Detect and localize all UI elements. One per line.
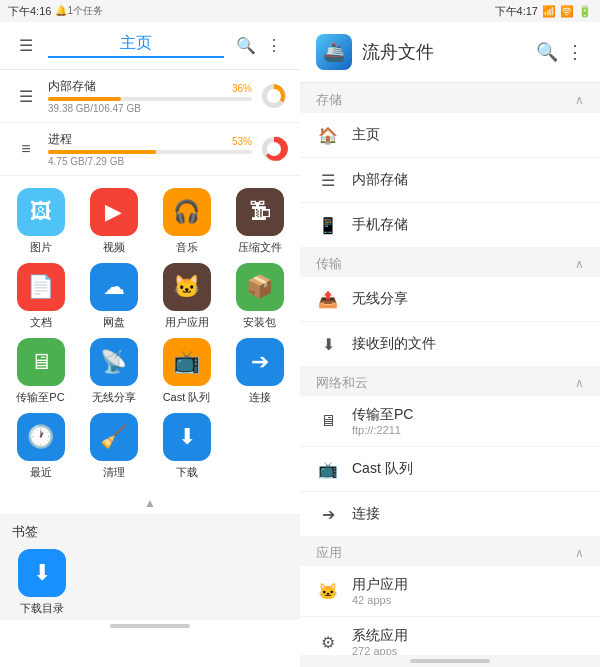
storage-card[interactable]: ☰ 内部存储 36% 39.38 GB/106.47 GB: [0, 70, 300, 123]
signal-icon: 📶: [542, 5, 556, 18]
drawer-item-internal-text: 内部存储: [352, 171, 584, 189]
section-apps-items: 🐱 用户应用 42 apps ⚙ 系统应用 272 apps ≡: [300, 566, 600, 655]
pictures-label: 图片: [30, 240, 52, 255]
app-clean[interactable]: 🧹 清理: [81, 413, 146, 480]
system-apps-icon: ⚙: [316, 630, 340, 654]
menu-button[interactable]: ☰: [12, 32, 40, 60]
app-user-apps[interactable]: 🐱 用户应用: [154, 263, 219, 330]
section-apps-title: 应用: [316, 544, 342, 562]
drawer-item-user-apps-text: 用户应用 42 apps: [352, 576, 584, 606]
cloud-label: 网盘: [103, 315, 125, 330]
connect-label: 连接: [249, 390, 271, 405]
wifi-share-label: 无线分享: [92, 390, 136, 405]
section-network-toggle[interactable]: ∧: [575, 376, 584, 390]
app-transfer-pc[interactable]: 🖥 传输至PC: [8, 338, 73, 405]
section-network-header: 网络和云 ∧: [300, 366, 600, 396]
bookmark-download-icon: ⬇: [18, 549, 66, 597]
section-apps-header: 应用 ∧: [300, 536, 600, 566]
process-label: 进程: [48, 131, 252, 148]
collapse-arrow[interactable]: ▲: [0, 492, 300, 515]
left-panel: ☰ 主页 🔍 ⋮ ☰ 内部存储 36% 39.38 GB/106.47 GB: [0, 22, 300, 667]
app-pictures[interactable]: 🖼 图片: [8, 188, 73, 255]
right-panel: 🚢 流舟文件 🔍 ⋮ 存储 ∧ 🏠 主页: [300, 22, 600, 667]
home-icon: 🏠: [316, 123, 340, 147]
bookmark-download[interactable]: ⬇ 下载目录: [12, 549, 72, 616]
cast-queue-icon: 📺: [163, 338, 211, 386]
drawer-header: 🚢 流舟文件 🔍 ⋮: [300, 22, 600, 83]
app-wifi-share[interactable]: 📡 无线分享: [81, 338, 146, 405]
drawer-item-home[interactable]: 🏠 主页: [300, 113, 600, 158]
drawer-item-system-apps[interactable]: ⚙ 系统应用 272 apps: [300, 617, 600, 655]
app-music[interactable]: 🎧 音乐: [154, 188, 219, 255]
search-button[interactable]: 🔍: [232, 32, 260, 60]
drawer-item-cast[interactable]: 📺 Cast 队列: [300, 447, 600, 492]
app-download[interactable]: ⬇ 下载: [154, 413, 219, 480]
drawer-logo: 🚢: [316, 34, 352, 70]
drawer-item-connect[interactable]: ➔ 连接: [300, 492, 600, 536]
storage-pie: [260, 82, 288, 110]
app-video[interactable]: ▶ 视频: [81, 188, 146, 255]
bookmarks-section: 书签 ⬇ 下载目录: [0, 515, 300, 620]
drawer-item-connect-text: 连接: [352, 505, 584, 523]
drawer-bottom-bar: [410, 659, 490, 663]
video-icon: ▶: [90, 188, 138, 236]
app-docs[interactable]: 📄 文档: [8, 263, 73, 330]
download-label: 下载: [176, 465, 198, 480]
drawer-item-home-label: 主页: [352, 126, 584, 144]
drawer-header-icons: 🔍 ⋮: [536, 41, 584, 63]
drawer-app-name: 流舟文件: [362, 40, 434, 64]
drawer-item-user-apps-sub: 42 apps: [352, 594, 584, 606]
drawer-item-user-apps[interactable]: 🐱 用户应用 42 apps: [300, 566, 600, 617]
drawer-item-phone[interactable]: 📱 手机存储: [300, 203, 600, 247]
cast-queue-label: Cast 队列: [163, 390, 211, 405]
section-storage-header: 存储 ∧: [300, 83, 600, 113]
app-recent[interactable]: 🕐 最近: [8, 413, 73, 480]
drawer-search-icon[interactable]: 🔍: [536, 41, 558, 63]
svg-point-3: [267, 142, 281, 156]
app-apk[interactable]: 📦 安装包: [227, 263, 292, 330]
drawer-item-received-text: 接收到的文件: [352, 335, 584, 353]
status-bar-right: 下午4:17 📶 🛜 🔋: [495, 4, 592, 19]
storage-icon: ☰: [12, 82, 40, 110]
drawer-item-transfer-pc[interactable]: 🖥 传输至PC ftp://:2211: [300, 396, 600, 447]
drawer-more-icon[interactable]: ⋮: [566, 41, 584, 63]
drawer-content: 存储 ∧ 🏠 主页 ☰ 内部存储 📱: [300, 83, 600, 655]
section-network-title: 网络和云: [316, 374, 368, 392]
user-apps-label: 用户应用: [165, 315, 209, 330]
user-apps-icon: 🐱: [163, 263, 211, 311]
section-apps-toggle[interactable]: ∧: [575, 546, 584, 560]
process-icon: ≡: [12, 135, 40, 163]
app-cloud[interactable]: ☁ 网盘: [81, 263, 146, 330]
app-cast-queue[interactable]: 📺 Cast 队列: [154, 338, 219, 405]
storage-size: 39.38 GB/106.47 GB: [48, 103, 252, 114]
section-transfer-header: 传输 ∧: [300, 247, 600, 277]
music-icon: 🎧: [163, 188, 211, 236]
zip-icon: 🗜: [236, 188, 284, 236]
app-zip[interactable]: 🗜 压缩文件: [227, 188, 292, 255]
drawer-item-received-label: 接收到的文件: [352, 335, 584, 353]
drawer-item-cast-label: Cast 队列: [352, 460, 584, 478]
process-card[interactable]: ≡ 进程 53% 4.75 GB/7.29 GB: [0, 123, 300, 176]
internal-icon: ☰: [316, 168, 340, 192]
drawer-item-internal[interactable]: ☰ 内部存储: [300, 158, 600, 203]
drawer-item-system-apps-text: 系统应用 272 apps: [352, 627, 584, 655]
app-grid: 🖼 图片 ▶ 视频 🎧 音乐 🗜 压缩文件 📄 文档 ☁ 网盘: [0, 176, 300, 492]
download-icon: ⬇: [163, 413, 211, 461]
bookmarks-title: 书签: [12, 523, 288, 541]
more-button[interactable]: ⋮: [260, 32, 288, 60]
received-icon: ⬇: [316, 332, 340, 356]
music-label: 音乐: [176, 240, 198, 255]
drawer-item-received[interactable]: ⬇ 接收到的文件: [300, 322, 600, 366]
drawer-item-wireless[interactable]: 📤 无线分享: [300, 277, 600, 322]
pictures-icon: 🖼: [17, 188, 65, 236]
drawer-item-internal-label: 内部存储: [352, 171, 584, 189]
section-transfer-toggle[interactable]: ∧: [575, 257, 584, 271]
phone-icon: 📱: [316, 213, 340, 237]
section-storage-toggle[interactable]: ∧: [575, 93, 584, 107]
main-container: ☰ 主页 🔍 ⋮ ☰ 内部存储 36% 39.38 GB/106.47 GB: [0, 22, 600, 667]
section-network-items: 🖥 传输至PC ftp://:2211 📺 Cast 队列 ➔ 连接: [300, 396, 600, 536]
app-connect[interactable]: ➔ 连接: [227, 338, 292, 405]
drawer-item-cast-text: Cast 队列: [352, 460, 584, 478]
recent-label: 最近: [30, 465, 52, 480]
apk-label: 安装包: [243, 315, 276, 330]
